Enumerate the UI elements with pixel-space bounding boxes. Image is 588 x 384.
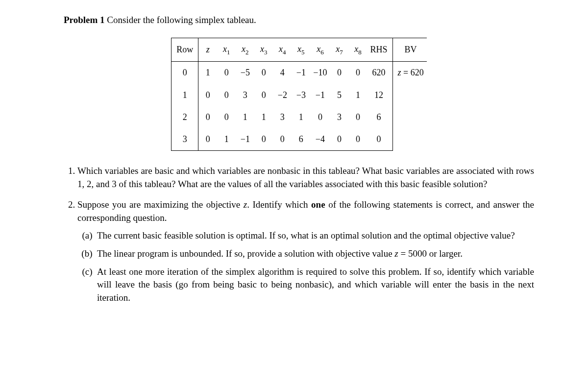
table-row: 0 1 0 −5 0 4 −1 −10 0 0 620 z = 620 xyxy=(172,62,427,84)
table-row: 2 0 0 1 1 3 1 0 3 0 6 xyxy=(172,106,427,128)
table-row: 1 0 0 3 0 −2 −3 −1 5 1 12 xyxy=(172,84,427,106)
title-bold: Problem 1 xyxy=(64,15,105,25)
col-x2: x2 xyxy=(236,38,254,62)
problem-title: Problem 1 Consider the following simplex… xyxy=(64,14,534,27)
question-2: Suppose you are maximizing the objective… xyxy=(77,198,534,304)
col-x4: x4 xyxy=(273,38,292,62)
simplex-table: Row z x1 x2 x3 x4 x5 x6 x7 x8 RHS BV 0 1… xyxy=(171,38,426,151)
col-x1: x1 xyxy=(217,38,236,62)
col-x8: x8 xyxy=(348,38,367,62)
col-row: Row xyxy=(172,38,198,62)
question-2c: At least one more iteration of the simpl… xyxy=(97,265,534,305)
question-1: Which variables are basic and which vari… xyxy=(77,165,534,191)
question-list: Which variables are basic and which vari… xyxy=(64,165,534,304)
sub-question-list: The current basic feasible solution is o… xyxy=(77,229,534,304)
question-2b: The linear program is unbounded. If so, … xyxy=(97,247,534,261)
col-rhs: RHS xyxy=(367,38,392,62)
col-bv: BV xyxy=(392,38,427,62)
simplex-tableau: Row z x1 x2 x3 x4 x5 x6 x7 x8 RHS BV 0 1… xyxy=(64,38,534,151)
table-row: 3 0 1 −1 0 0 6 −4 0 0 0 xyxy=(172,128,427,151)
question-2a: The current basic feasible solution is o… xyxy=(97,229,534,242)
title-rest: Consider the following simplex tableau. xyxy=(105,15,256,25)
col-x5: x5 xyxy=(292,38,310,62)
col-z: z xyxy=(198,38,218,62)
col-x3: x3 xyxy=(254,38,273,62)
table-header-row: Row z x1 x2 x3 x4 x5 x6 x7 x8 RHS BV xyxy=(172,38,427,62)
col-x6: x6 xyxy=(310,38,330,62)
col-x7: x7 xyxy=(330,38,348,62)
